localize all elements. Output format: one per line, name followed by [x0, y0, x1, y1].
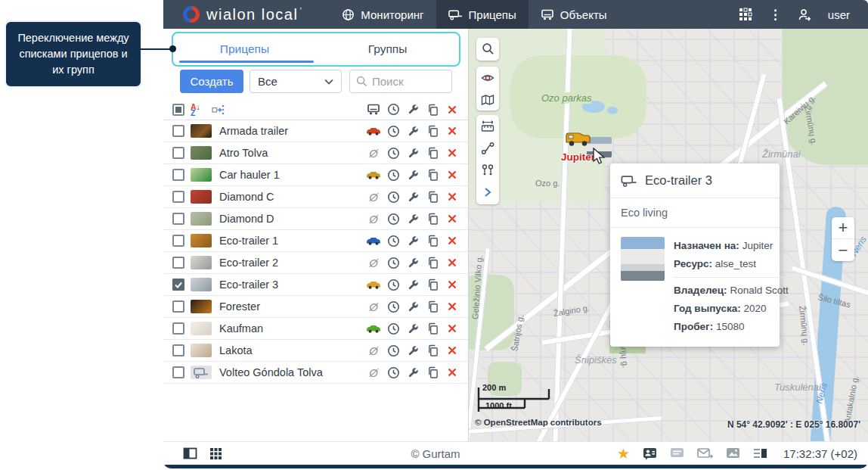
no-unit-icon[interactable]: Ø	[364, 300, 383, 313]
column-copy-icon[interactable]	[423, 104, 442, 116]
history-icon[interactable]	[383, 279, 403, 291]
row-checkbox[interactable]	[172, 257, 184, 269]
trailer-row[interactable]: Diamond D Ø	[163, 208, 468, 230]
properties-icon[interactable]	[403, 279, 423, 291]
copy-icon[interactable]	[423, 366, 442, 378]
history-icon[interactable]	[383, 191, 403, 204]
no-unit-icon[interactable]: Ø	[364, 366, 383, 379]
history-icon[interactable]	[383, 344, 403, 357]
apply-groups-icon[interactable]	[212, 104, 225, 116]
history-icon[interactable]	[383, 322, 403, 335]
assigned-unit-icon[interactable]	[364, 170, 383, 180]
trailer-row[interactable]: Lakota Ø	[163, 340, 468, 362]
apps-grid-icon[interactable]	[739, 8, 752, 21]
copy-icon[interactable]	[423, 235, 442, 247]
select-all-checkbox[interactable]	[172, 104, 184, 116]
delete-icon[interactable]	[442, 214, 462, 223]
no-unit-icon[interactable]: Ø	[364, 191, 383, 204]
panel-toggle-icon[interactable]	[183, 447, 197, 459]
properties-icon[interactable]	[403, 367, 423, 378]
create-button[interactable]: Создать	[180, 70, 243, 93]
delete-icon[interactable]	[442, 324, 462, 333]
filter-dropdown[interactable]: Все	[250, 70, 342, 93]
row-checkbox[interactable]	[172, 300, 184, 313]
trailer-name[interactable]: Kaufman	[219, 322, 364, 335]
row-checkbox[interactable]	[172, 147, 184, 159]
trailer-name[interactable]: Car hauler 1	[219, 169, 364, 181]
tab-groups[interactable]: Группы	[316, 33, 459, 65]
history-icon[interactable]	[383, 169, 403, 182]
delete-icon[interactable]	[442, 126, 462, 135]
nav-monitoring[interactable]: Мониторинг	[330, 0, 436, 29]
trailer-row[interactable]: Diamond C Ø	[163, 186, 468, 208]
delete-icon[interactable]	[442, 236, 462, 245]
properties-icon[interactable]	[403, 148, 423, 159]
jupiter-unit-icon[interactable]	[564, 129, 591, 148]
copy-icon[interactable]	[423, 191, 442, 203]
delete-icon[interactable]	[442, 302, 462, 311]
properties-icon[interactable]	[403, 323, 423, 335]
no-unit-icon[interactable]: Ø	[364, 344, 383, 357]
row-checkbox[interactable]	[172, 279, 184, 291]
row-checkbox[interactable]	[172, 191, 184, 203]
assigned-unit-icon[interactable]	[364, 126, 383, 136]
history-icon[interactable]	[383, 213, 403, 226]
assigned-unit-icon[interactable]	[364, 235, 383, 246]
assigned-unit-icon[interactable]	[364, 279, 383, 290]
delete-icon[interactable]	[442, 192, 462, 201]
properties-icon[interactable]	[403, 301, 423, 313]
trailer-name[interactable]: Diamond C	[219, 191, 364, 203]
map[interactable]: Ozo parkasOzo g.Kareivių g.Kareivių g.Ve…	[469, 29, 868, 441]
expand-chevron-icon[interactable]	[476, 181, 499, 203]
copyright[interactable]: © Gurtam	[390, 447, 481, 460]
copy-icon[interactable]	[423, 344, 442, 356]
history-icon[interactable]	[383, 147, 403, 160]
copy-icon[interactable]	[423, 300, 442, 313]
trailer-row[interactable]: Eco-trailer 2 Ø	[163, 252, 468, 274]
mail-icon[interactable]	[697, 447, 713, 459]
reports-icon[interactable]	[753, 447, 767, 459]
map-attribution[interactable]: © OpenStreetMap contributors	[475, 418, 602, 427]
zoom-in-button[interactable]: +	[832, 217, 854, 239]
trailer-row[interactable]: Eco-trailer 3	[163, 274, 468, 296]
no-unit-icon[interactable]: Ø	[364, 213, 383, 226]
column-unit-icon[interactable]	[364, 104, 383, 115]
copy-icon[interactable]	[423, 257, 442, 269]
row-checkbox[interactable]	[172, 344, 184, 356]
wialon-logo[interactable]: wialon localʼ	[163, 0, 319, 29]
delete-icon[interactable]	[442, 346, 462, 355]
favorites-star-icon[interactable]: ★	[617, 447, 630, 461]
history-icon[interactable]	[383, 257, 403, 269]
copy-icon[interactable]	[423, 125, 442, 137]
history-icon[interactable]	[383, 125, 403, 138]
trailer-name[interactable]: Diamond D	[219, 213, 364, 225]
copy-icon[interactable]	[423, 147, 442, 159]
more-menu-icon[interactable]: ⋮	[769, 7, 782, 23]
copy-icon[interactable]	[423, 169, 442, 181]
gallery-icon[interactable]	[726, 447, 740, 459]
trailer-name[interactable]: Armada trailer	[219, 125, 364, 137]
trailer-row[interactable]: Car hauler 1	[163, 164, 468, 186]
delete-icon[interactable]	[442, 368, 462, 377]
sort-az-icon[interactable]: A↓Z	[191, 104, 206, 116]
no-unit-icon[interactable]: Ø	[364, 257, 383, 269]
messages-icon[interactable]	[670, 447, 684, 459]
properties-icon[interactable]	[403, 235, 423, 247]
row-checkbox[interactable]	[172, 322, 184, 335]
trailer-row[interactable]: Kaufman	[163, 318, 468, 340]
properties-icon[interactable]	[403, 257, 423, 269]
history-icon[interactable]	[383, 300, 403, 313]
column-delete-icon[interactable]	[442, 105, 462, 114]
row-checkbox[interactable]	[172, 366, 184, 378]
trailer-row[interactable]: Atro Tolva Ø	[163, 142, 468, 164]
row-checkbox[interactable]	[172, 169, 184, 181]
assigned-unit-icon[interactable]	[364, 323, 383, 334]
delete-icon[interactable]	[442, 170, 462, 179]
visibility-eye-icon[interactable]	[476, 67, 499, 89]
trailer-name[interactable]: Volteo Góndola Tolva	[219, 366, 364, 378]
search-input[interactable]	[372, 75, 440, 88]
trailer-row[interactable]: Volteo Góndola Tolva Ø	[163, 362, 468, 384]
column-properties-icon[interactable]	[403, 104, 423, 115]
copy-icon[interactable]	[423, 279, 442, 291]
username[interactable]: user	[828, 8, 850, 21]
